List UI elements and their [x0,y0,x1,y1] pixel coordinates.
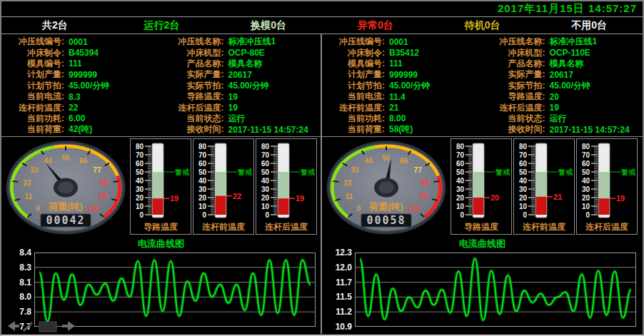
info-row: 冲压线名称:标准冲压线1 [161,36,321,47]
info-row: 连杆前温度:22 [1,102,161,113]
info-value: B35412 [389,48,419,58]
load-gauge: 0112233445566778899110荷重(吨)00058 [323,138,449,238]
info-label: 接收时间: [161,123,224,136]
status-tab-1[interactable]: 运行2台 [109,19,216,32]
page-box-icon[interactable] [39,322,56,332]
info-value: 20617 [550,70,573,80]
info-row: 连杆后温度:19 [483,102,643,113]
thermometer: 01020304050607080警戒19 [131,139,191,220]
svg-text:80: 80 [582,143,590,151]
info-value: 6.00 [69,113,85,123]
nav-back-icon[interactable] [8,321,19,331]
svg-text:20: 20 [456,194,465,202]
info-column-left: 冲压线编号:0001冲床制令:B45394模具编号:111计划产量:999999… [1,36,161,136]
svg-text:0: 0 [139,211,144,219]
info-row: 当前电流:11.4 [322,91,483,102]
info-value: B45394 [69,48,99,58]
svg-text:10: 10 [261,203,270,210]
svg-text:0: 0 [36,205,41,213]
info-row: 当前功耗:8.00 [322,113,483,124]
svg-text:50: 50 [456,168,465,176]
svg-text:0: 0 [202,211,206,219]
nav-forward-icon[interactable] [62,321,75,331]
thermometer-value: 19 [296,194,304,203]
info-value: 0001 [389,37,408,47]
info-row: 计划产量:999999 [1,69,161,80]
svg-text:10: 10 [136,203,144,210]
info-row: 计划产量:999999 [322,69,483,80]
svg-text:60: 60 [198,160,207,168]
chart-title: 电流曲线图 [322,238,643,250]
info-row: 冲压线编号:0001 [1,36,161,47]
thermometer: 01020304050607080警戒20 [451,139,511,220]
current-curve-chart: 电流曲线图 12.312.011.711.511.210.9 [322,238,643,334]
pencil-icon[interactable] [24,322,32,331]
info-row: 当前状态:运行 [483,113,643,124]
warning-threshold-label: 警戒 [300,168,316,176]
svg-text:80: 80 [456,143,465,151]
thermometer-label: 连杆后温度 [585,221,628,233]
svg-text:20: 20 [136,194,144,202]
thermometer-label: 导路温度 [144,221,178,233]
info-value: OCP-80E [228,48,265,58]
info-value: 11.4 [389,92,406,102]
svg-text:11: 11 [346,193,353,200]
info-row: 冲床机型:OCP-80E [161,47,321,58]
svg-text:80: 80 [519,143,528,151]
thermometers: 01020304050607080警戒19导路温度010203040506070… [130,138,317,235]
info-row: 冲床制令:B45394 [1,47,161,58]
info-value: 19 [550,103,559,113]
svg-text:22: 22 [24,179,32,187]
info-row: 连杆后温度:19 [161,102,321,113]
machine-panel-2: 冲压线编号:0001冲床制令:B35412模具编号:111计划产量:999999… [322,34,643,334]
chart-plot [355,253,636,327]
info-value: 45.00/分钟 [389,80,430,92]
info-value: 标准冲压线1 [228,36,276,48]
info-value: 模具名称 [228,58,263,70]
y-axis-label: 10.9 [322,322,352,332]
info-value: 19 [228,103,238,113]
info-value: 运行 [550,113,567,125]
svg-text:30: 30 [136,185,144,193]
svg-text:110: 110 [408,205,421,213]
info-value: 0001 [69,37,88,47]
warning-threshold-label: 警戒 [558,168,573,176]
thermometer-value: 22 [233,192,241,200]
status-tab-0[interactable]: 共2台 [1,19,109,32]
main-content: 冲压线编号:0001冲床制令:B45394模具编号:111计划产量:999999… [1,34,643,334]
svg-text:60: 60 [261,160,270,168]
status-tab-2[interactable]: 换模0台 [215,19,322,32]
svg-text:0: 0 [460,211,464,219]
svg-text:40: 40 [456,177,465,185]
info-value: 2017-11-15 14:57:24 [228,125,308,135]
svg-text:60: 60 [136,160,144,168]
status-tab-5[interactable]: 不用0台 [535,19,643,32]
svg-text:40: 40 [519,177,528,185]
svg-text:70: 70 [261,151,270,159]
svg-text:77: 77 [94,166,102,174]
machine-info: 冲压线编号:0001冲床制令:B35412模具编号:111计划产量:999999… [322,34,643,137]
thermometer: 01020304050607080警戒22 [193,139,253,220]
gauges-row: 0112233445566778899110荷重(吨)00042 0102030… [1,137,321,238]
svg-text:40: 40 [198,177,207,185]
y-axis-label: 12.3 [322,248,352,258]
thermometer-box: 01020304050607080警戒22连杆前温度 [193,138,254,235]
info-row: 实际节拍:45.00/分钟 [161,81,321,91]
info-row: 接收时间:2017-11-15 14:57:24 [483,124,643,135]
info-row: 导路温度:20 [483,91,643,102]
hmi-dashboard: 2017年11月15日 14:57:27 共2台运行2台换模0台异常0台待机0台… [0,0,644,336]
svg-text:30: 30 [198,185,207,193]
warning-threshold-label: 警戒 [174,168,190,176]
y-axis-label: 8.0 [1,292,31,302]
svg-text:30: 30 [261,185,270,193]
svg-text:40: 40 [136,177,144,185]
status-tab-4[interactable]: 待机0台 [429,19,536,32]
info-value: OCP-110E [550,48,590,58]
svg-text:20: 20 [582,194,590,202]
thermometer: 01020304050607080警戒21 [514,139,574,220]
info-value: 111 [389,58,403,68]
thermometer: 01020304050607080警戒19 [577,139,637,220]
svg-text:50: 50 [261,168,270,176]
y-axis-label: 12.0 [322,263,352,273]
status-tab-3[interactable]: 异常0台 [322,19,429,32]
